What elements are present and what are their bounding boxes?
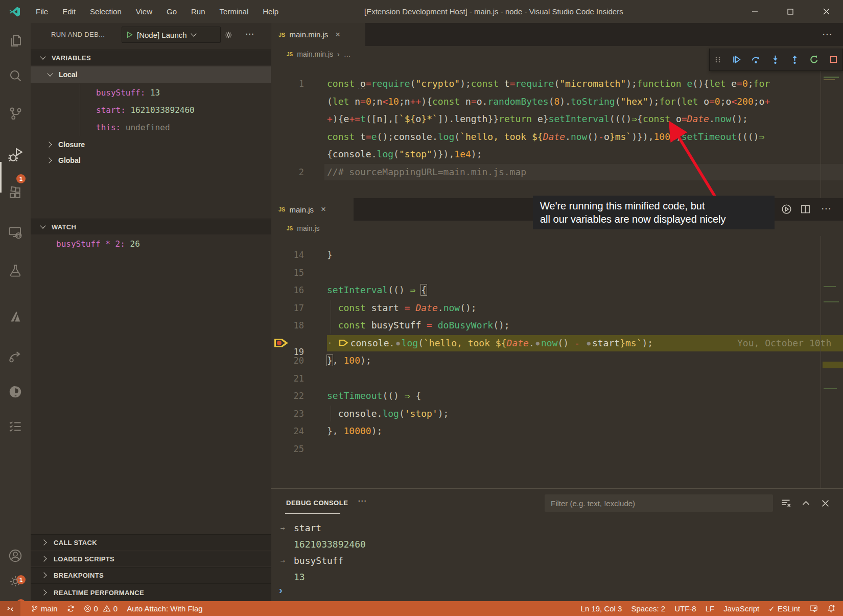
source-control-icon[interactable] <box>8 106 23 121</box>
run-or-debug-icon[interactable] <box>781 204 792 215</box>
loaded-scripts-section-header[interactable]: LOADED SCRIPTS <box>31 551 271 566</box>
console-output-row[interactable]: 13 <box>271 569 843 585</box>
editor-more-actions-icon[interactable]: ⋯ <box>822 28 833 40</box>
task-list-icon[interactable] <box>8 419 23 434</box>
cursor-position-indicator[interactable]: Ln 19, Col 3 <box>576 604 627 613</box>
console-input-row[interactable]: →start <box>271 520 843 536</box>
menu-run[interactable]: Run <box>184 1 213 22</box>
code-line[interactable]: 14} <box>271 246 843 264</box>
variable-row[interactable]: busyStuff: 13 <box>96 84 160 102</box>
auto-attach-indicator[interactable]: Auto Attach: With Flag <box>122 604 207 613</box>
azure-icon[interactable] <box>8 309 23 324</box>
panel-top-border[interactable] <box>271 488 843 489</box>
code-line-current[interactable]: 19 · console.●log(`hello, took ${Date.●n… <box>271 335 843 352</box>
minimap-current-line-mark[interactable] <box>823 362 843 368</box>
tab-close-icon[interactable]: × <box>335 30 340 40</box>
variable-row[interactable]: start: 1621033892460 <box>96 102 195 119</box>
realtime-performance-section-header[interactable]: REALTIME PERFORMANCE <box>31 583 271 601</box>
restart-icon[interactable] <box>809 55 819 64</box>
stop-icon[interactable] <box>829 55 838 64</box>
branch-indicator[interactable]: main <box>27 604 62 613</box>
scope-global-row[interactable]: Global <box>31 152 271 168</box>
debug-console-tab[interactable]: DEBUG CONSOLE <box>286 499 348 507</box>
eol-indicator[interactable]: LF <box>701 604 719 613</box>
step-into-icon[interactable] <box>770 55 780 64</box>
accounts-icon[interactable] <box>8 548 23 563</box>
tab-main-min-js[interactable]: JS main.min.js × <box>271 23 365 46</box>
console-input-row[interactable]: →busyStuff <box>271 553 843 569</box>
code-line[interactable]: 18 const busyStuff = doBusyWork(); <box>271 317 843 335</box>
search-icon[interactable] <box>8 68 23 83</box>
maximize-button[interactable] <box>775 0 806 23</box>
code-line[interactable]: 20}, 100); <box>271 352 843 370</box>
console-filter-input[interactable]: Filter (e.g. text, !exclude) <box>545 494 773 512</box>
menu-help[interactable]: Help <box>255 1 286 22</box>
variables-section-header[interactable]: VARIABLES <box>31 50 271 65</box>
panel-more-actions-icon[interactable]: ⋯ <box>358 495 367 506</box>
editor-more-actions-icon[interactable]: ⋯ <box>821 202 832 215</box>
step-out-icon[interactable] <box>790 55 800 64</box>
code-line[interactable]: 22setTimeout(() ⇒ { <box>271 387 843 405</box>
live-share-icon[interactable] <box>8 348 23 364</box>
feedback-button[interactable] <box>805 605 823 613</box>
notifications-button[interactable] <box>823 604 840 613</box>
split-editor-icon[interactable] <box>801 204 810 214</box>
edge-browser-icon[interactable] <box>8 384 23 399</box>
step-over-icon[interactable] <box>751 55 761 64</box>
menu-selection[interactable]: Selection <box>83 1 129 22</box>
encoding-indicator[interactable]: UTF-8 <box>670 604 701 613</box>
code-line[interactable]: 16setInterval(() ⇒ { <box>271 281 843 299</box>
code-line[interactable]: 21 <box>271 370 843 388</box>
menu-go[interactable]: Go <box>159 1 184 22</box>
linter-indicator[interactable]: ✓ ESLint <box>764 604 805 613</box>
toolbar-drag-handle-icon[interactable] <box>714 56 722 64</box>
code-line[interactable]: {console.log("stop")}),1e4); <box>271 146 843 163</box>
code-line[interactable]: 2//# sourceMappingURL=main.min.js.map <box>271 163 843 181</box>
explorer-icon[interactable] <box>8 33 23 49</box>
code-line[interactable]: (let n=0;n<10;n++){const n=o.randomBytes… <box>271 93 843 111</box>
variable-row[interactable]: this: undefined <box>96 119 170 136</box>
current-statement-breakpoint-icon[interactable] <box>274 338 288 348</box>
close-window-button[interactable] <box>811 0 841 23</box>
indentation-indicator[interactable]: Spaces: 2 <box>626 604 670 613</box>
settings-gear-icon[interactable] <box>8 574 23 589</box>
watch-section-header[interactable]: WATCH <box>31 219 271 234</box>
extensions-icon[interactable] <box>8 185 23 201</box>
remote-indicator[interactable] <box>0 601 20 616</box>
code-line[interactable]: 15 <box>271 264 843 282</box>
close-panel-icon[interactable] <box>821 499 830 508</box>
menu-edit[interactable]: Edit <box>55 1 83 22</box>
code-line[interactable]: +){e+=t([n],[`${o}*`]).length}}return e}… <box>271 110 843 128</box>
panel-collapse-chevron-icon[interactable] <box>801 499 811 508</box>
launch-config-dropdown[interactable]: [Node] Launch <box>122 27 221 43</box>
minimize-button[interactable] <box>739 0 770 23</box>
menu-file[interactable]: File <box>29 1 55 22</box>
language-mode-indicator[interactable]: JavaScript <box>719 604 764 613</box>
console-prompt-icon[interactable]: › <box>279 584 283 596</box>
tab-close-icon[interactable]: × <box>321 204 326 215</box>
start-debug-icon[interactable] <box>126 31 133 38</box>
menu-terminal[interactable]: Terminal <box>213 1 256 22</box>
scope-local-row[interactable]: Local <box>31 66 271 83</box>
test-beaker-icon[interactable] <box>8 263 23 278</box>
code-line[interactable]: 17 const start = Date.now(); <box>271 299 843 317</box>
debug-settings-gear-icon[interactable] <box>224 30 233 40</box>
breakpoints-section-header[interactable]: BREAKPOINTS <box>31 567 271 583</box>
code-line[interactable]: 25 <box>271 440 843 458</box>
remote-explorer-icon[interactable] <box>8 225 23 240</box>
code-line[interactable]: 24}, 10000); <box>271 422 843 440</box>
call-stack-section-header[interactable]: CALL STACK <box>31 534 271 550</box>
watch-expression-row[interactable]: busyStuff * 2: 26 <box>56 235 140 253</box>
run-and-debug-icon[interactable] <box>7 147 24 164</box>
tab-main-js[interactable]: JS main.js × <box>271 198 354 221</box>
menu-view[interactable]: View <box>129 1 159 22</box>
code-line[interactable]: 1const o=require("crypto");const t=requi… <box>271 75 843 93</box>
clear-console-icon[interactable] <box>781 498 791 508</box>
console-output-row[interactable]: 1621033892460 <box>271 536 843 553</box>
scope-closure-row[interactable]: Closure <box>31 136 271 152</box>
continue-icon[interactable] <box>732 55 741 64</box>
code-line[interactable]: const t=e();console.log(`hello, took ${D… <box>271 128 843 146</box>
sync-button[interactable] <box>62 605 79 612</box>
code-line[interactable]: 23 console.log('stop'); <box>271 405 843 423</box>
sidebar-more-actions-icon[interactable]: ⋯ <box>245 29 254 39</box>
